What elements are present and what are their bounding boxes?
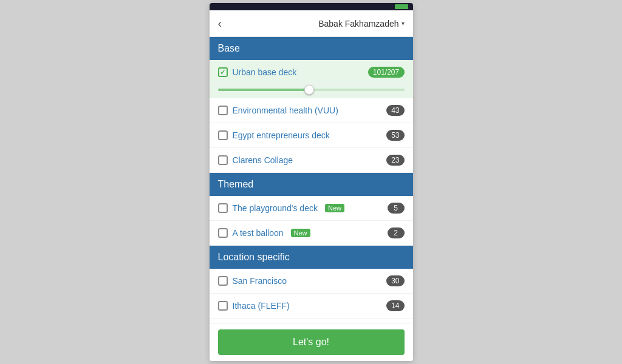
- slider-thumb[interactable]: [304, 85, 314, 95]
- slider-container: [210, 85, 413, 98]
- deck-item-left: A test balloon New: [218, 228, 388, 238]
- new-badge-playground: New: [325, 204, 344, 212]
- battery-icon: [395, 4, 408, 9]
- deck-name-ithaca: Ithaca (FLEFF): [233, 301, 290, 311]
- badge-test-balloon: 2: [388, 228, 405, 238]
- deck-item-left: Ithaca (FLEFF): [218, 301, 387, 311]
- deck-item-left: Clarens Collage: [218, 155, 387, 165]
- checkbox-clarens[interactable]: [218, 155, 228, 165]
- badge-env-health: 43: [386, 105, 404, 116]
- deck-item-left: San Francisco: [218, 276, 387, 286]
- deck-name-clarens: Clarens Collage: [233, 155, 293, 165]
- list-item[interactable]: New York City 30: [210, 318, 413, 323]
- deck-name-sf: San Francisco: [233, 276, 287, 286]
- section-title-base: Base: [218, 43, 240, 53]
- list-item[interactable]: A test balloon New 2: [210, 221, 413, 246]
- deck-list: Base Urban base deck 101/207 Environment…: [210, 37, 413, 323]
- checkbox-urban-base[interactable]: [218, 67, 228, 77]
- new-badge-test-balloon: New: [291, 229, 310, 237]
- list-item[interactable]: Clarens Collage 23: [210, 148, 413, 173]
- deck-item-left: Urban base deck: [218, 67, 368, 77]
- lets-go-button[interactable]: Let's go!: [218, 329, 405, 355]
- section-title-themed: Themed: [218, 179, 254, 189]
- deck-name-env-health: Environmental health (VUU): [233, 106, 338, 115]
- checkbox-egypt[interactable]: [218, 130, 228, 140]
- checkbox-playground[interactable]: [218, 203, 228, 213]
- phone-frame: ‹ Babak Fakhamzadeh ▾ Base Urban base de…: [210, 3, 413, 361]
- deck-name-playground: The playground's deck: [233, 203, 318, 213]
- section-header-themed: Themed: [210, 173, 413, 196]
- list-item[interactable]: The playground's deck New 5: [210, 196, 413, 221]
- slider-fill: [218, 89, 309, 91]
- deck-item-left: The playground's deck New: [218, 203, 388, 213]
- badge-playground: 5: [388, 203, 405, 214]
- section-header-base: Base: [210, 37, 413, 60]
- user-menu[interactable]: Babak Fakhamzadeh ▾: [318, 19, 404, 29]
- badge-sf: 30: [386, 275, 404, 286]
- list-item[interactable]: San Francisco 30: [210, 269, 413, 294]
- status-bar: [210, 3, 413, 10]
- footer: Let's go!: [210, 323, 413, 361]
- back-button[interactable]: ‹: [218, 16, 222, 30]
- badge-egypt: 53: [386, 130, 404, 141]
- checkbox-env-health[interactable]: [218, 106, 228, 115]
- list-item[interactable]: Environmental health (VUU) 43: [210, 98, 413, 123]
- progress-slider[interactable]: [218, 89, 405, 91]
- nav-bar: ‹ Babak Fakhamzadeh ▾: [210, 10, 413, 37]
- section-header-location: Location specific: [210, 246, 413, 269]
- deck-item-left: Environmental health (VUU): [218, 106, 387, 115]
- user-name-label: Babak Fakhamzadeh: [318, 19, 398, 29]
- list-item[interactable]: Urban base deck 101/207: [210, 60, 413, 85]
- section-title-location: Location specific: [218, 252, 290, 262]
- checkbox-test-balloon[interactable]: [218, 228, 228, 238]
- checkbox-sf[interactable]: [218, 276, 228, 286]
- deck-name-egypt: Egypt entrepreneurs deck: [233, 130, 330, 140]
- deck-name-test-balloon: A test balloon: [233, 228, 284, 238]
- list-item[interactable]: Ithaca (FLEFF) 14: [210, 294, 413, 318]
- badge-ithaca: 14: [386, 300, 404, 311]
- list-item[interactable]: Egypt entrepreneurs deck 53: [210, 123, 413, 148]
- badge-clarens: 23: [386, 155, 404, 166]
- badge-urban-base: 101/207: [368, 67, 405, 78]
- deck-item-left: Egypt entrepreneurs deck: [218, 130, 387, 140]
- user-caret-icon: ▾: [402, 20, 405, 27]
- checkbox-ithaca[interactable]: [218, 301, 228, 311]
- deck-name-urban-base: Urban base deck: [233, 67, 297, 77]
